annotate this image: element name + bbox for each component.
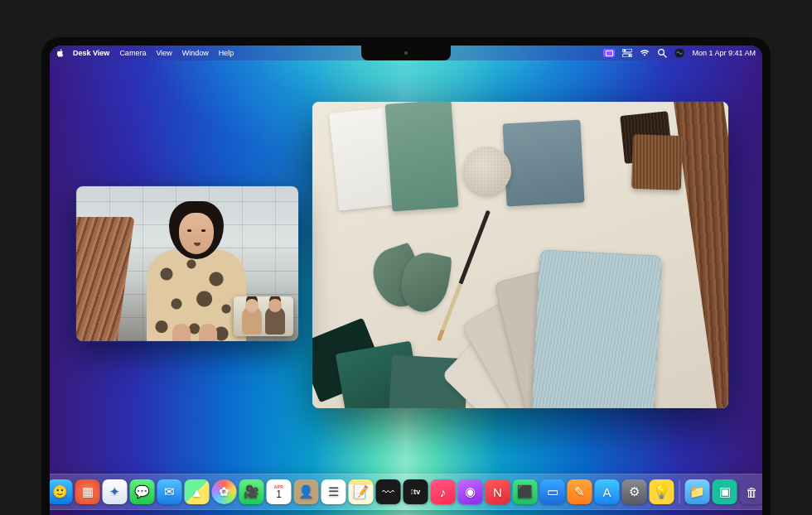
menu-help[interactable]: Help (214, 49, 239, 57)
stone-coaster (463, 147, 511, 195)
svg-line-5 (664, 55, 666, 57)
menubar-datetime[interactable]: Mon 1 Apr 9:41 AM (692, 49, 756, 57)
dock-app-downloads[interactable]: 📁 (685, 479, 710, 504)
desktop[interactable]: Desk View Camera View Window Help (50, 46, 762, 515)
dock-app-safari[interactable]: ✦ (103, 479, 128, 504)
swatch-oak (631, 134, 683, 190)
dock-app-maps[interactable]: ▲ (185, 479, 210, 504)
fabric-fan (440, 214, 689, 408)
dock-app-notes[interactable]: 📝 (349, 479, 374, 504)
facetime-pip[interactable] (234, 296, 293, 336)
svg-point-1 (624, 50, 626, 52)
dock-app-trash[interactable]: 🗑 (740, 479, 763, 504)
spotlight-icon[interactable] (657, 48, 667, 58)
dock-app-desk-view[interactable]: ▣ (713, 479, 737, 504)
dock-app-podcasts[interactable]: ◉ (458, 479, 483, 504)
dock-app-news[interactable]: N (486, 479, 510, 504)
dock-app-music[interactable]: ♪ (431, 479, 456, 504)
dock-app-messages[interactable]: 💬 (130, 479, 155, 504)
facetime-main-video (76, 186, 298, 341)
dock-app-tv[interactable]: tv (404, 479, 428, 504)
dock-app-keynote[interactable]: ▭ (540, 479, 565, 504)
svg-point-3 (629, 55, 631, 57)
dock-app-reminders[interactable]: ☰ (321, 479, 346, 504)
menu-window[interactable]: Window (177, 49, 214, 57)
dock-app-launchpad[interactable]: ▦ (75, 479, 100, 504)
dock-app-calendar[interactable]: APR1 (267, 479, 292, 504)
dock-app-photos[interactable]: ✿ (212, 479, 237, 504)
dock-app-app-store[interactable]: A (595, 479, 620, 504)
dock-app-facetime[interactable]: 🎥 (239, 479, 264, 504)
camera-dot (404, 51, 408, 55)
menubar-app-name[interactable]: Desk View (68, 49, 114, 57)
pip-person-1 (242, 306, 262, 335)
menu-view[interactable]: View (151, 49, 176, 57)
dock-separator (679, 480, 680, 503)
screen-cast-icon[interactable] (603, 49, 615, 57)
deskview-video (312, 102, 728, 408)
wifi-icon[interactable] (640, 48, 650, 58)
dock-app-mail[interactable]: ✉ (157, 479, 182, 504)
siri-icon[interactable] (674, 48, 684, 58)
dock-app-system-settings[interactable]: ⚙ (622, 479, 647, 504)
dock-app-freeform[interactable]: 〰 (376, 479, 401, 504)
swatch-slate-tile (502, 120, 584, 207)
dock-app-pages[interactable]: ✎ (568, 479, 592, 504)
dock-app-tips[interactable]: 💡 (650, 479, 674, 504)
facetime-window[interactable] (76, 186, 298, 341)
dock: 🙂▦✦💬✉▲✿🎥APR1👤☰📝〰tv♪◉N⬛▭✎A⚙💡📁▣🗑 (50, 474, 762, 510)
laptop-bezel: Desk View Camera View Window Help (41, 37, 771, 515)
menu-camera[interactable]: Camera (114, 49, 151, 57)
pip-person-2 (265, 306, 285, 335)
display-notch (361, 46, 451, 60)
dock-app-finder[interactable]: 🙂 (50, 479, 73, 504)
clothes-rack (76, 217, 135, 341)
control-center-icon[interactable] (622, 48, 632, 58)
dock-app-numbers[interactable]: ⬛ (513, 479, 538, 504)
apple-menu-icon[interactable] (56, 49, 65, 57)
deskview-window[interactable] (312, 102, 728, 408)
swatch-sage-tile (385, 102, 459, 212)
dock-app-contacts[interactable]: 👤 (294, 479, 319, 504)
